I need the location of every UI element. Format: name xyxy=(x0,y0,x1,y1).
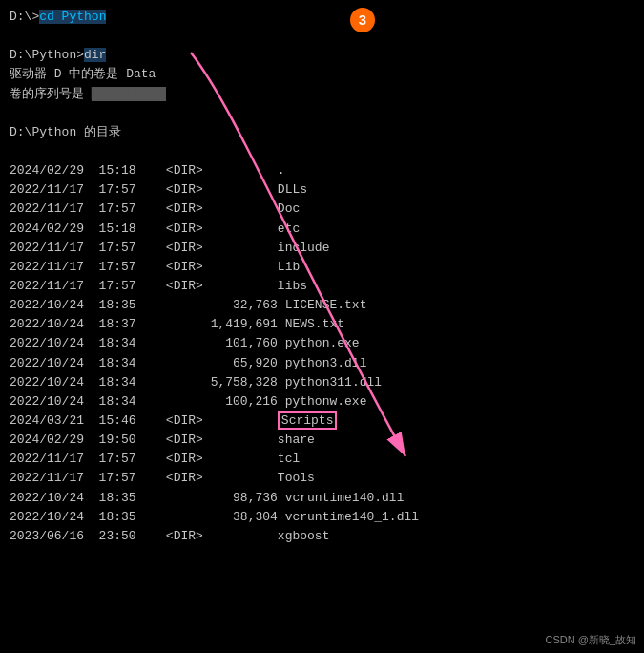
line-blank-3 xyxy=(10,142,634,161)
dir-entry-doc: 2022/11/17 17:57 <DIR> Doc xyxy=(10,200,634,219)
terminal: D:\>cd Python D:\Python>dir 驱动器 D 中的卷是 D… xyxy=(0,0,644,653)
dir-entry-python311-dll: 2022/10/24 18:34 5,758,328 python311.dll xyxy=(10,373,634,392)
dir-entry-etc: 2024/02/29 15:18 <DIR> etc xyxy=(10,220,634,239)
annotation-box: 3 进入存储python.exe的文件 夹，查看目录，找到Scripts xyxy=(350,8,636,56)
dir-entry-dot: 2024/02/29 15:18 <DIR> . xyxy=(10,161,634,180)
dir-entry-vcruntime140-1: 2022/10/24 18:35 38,304 vcruntime140_1.d… xyxy=(10,508,634,527)
dir-entry-include: 2022/11/17 17:57 <DIR> include xyxy=(10,239,634,258)
dir-entry-news: 2022/10/24 18:37 1,419,691 NEWS.txt xyxy=(10,315,634,334)
dir-entry-license: 2022/10/24 18:35 32,763 LICENSE.txt xyxy=(10,296,634,315)
dir-entry-libs: 2022/11/17 17:57 <DIR> libs xyxy=(10,277,634,296)
annotation-text: 进入存储python.exe的文件 夹，查看目录，找到Scripts xyxy=(350,11,585,53)
line-5: 卷的序列号是 ██████████ xyxy=(10,85,634,104)
dir-entry-python3-dll: 2022/10/24 18:34 65,920 python3.dll xyxy=(10,354,634,373)
dir-entry-tcl: 2022/11/17 17:57 <DIR> tcl xyxy=(10,450,634,469)
dir-entry-vcruntime140: 2022/10/24 18:35 98,736 vcruntime140.dll xyxy=(10,489,634,508)
line-blank-2 xyxy=(10,104,634,123)
dir-entry-share: 2024/02/29 19:50 <DIR> share xyxy=(10,431,634,450)
line-7: D:\Python 的目录 xyxy=(10,123,634,142)
dir-entry-xgboost: 2023/06/16 23:50 <DIR> xgboost xyxy=(10,527,634,546)
dir-entry-tools: 2022/11/17 17:57 <DIR> Tools xyxy=(10,469,634,488)
watermark: CSDN @新晓_故知 xyxy=(545,633,636,647)
scripts-highlight: Scripts xyxy=(278,411,338,430)
step-circle: 3 xyxy=(350,8,375,32)
cd-python-cmd: cd Python xyxy=(39,10,106,24)
dir-entry-lib: 2022/11/17 17:57 <DIR> Lib xyxy=(10,258,634,277)
dir-entry-dlls: 2022/11/17 17:57 <DIR> DLLs xyxy=(10,180,634,200)
dir-entry-pythonw-exe: 2022/10/24 18:34 100,216 pythonw.exe xyxy=(10,392,634,411)
dir-entry-scripts: 2024/03/21 15:46 <DIR> Scripts xyxy=(10,411,634,431)
dir-entry-python-exe: 2022/10/24 18:34 101,760 python.exe xyxy=(10,334,634,353)
line-4: 驱动器 D 中的卷是 Data xyxy=(10,65,634,84)
dir-cmd: dir xyxy=(84,48,106,62)
